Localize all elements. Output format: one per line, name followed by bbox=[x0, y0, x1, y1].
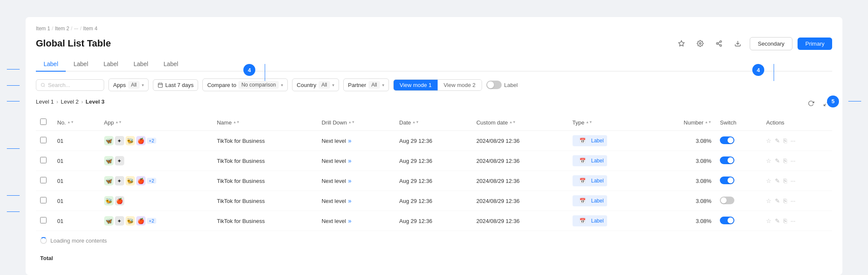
app-extra-badge: +2 bbox=[147, 178, 157, 184]
breadcrumb-item-4[interactable]: Item 4 bbox=[83, 26, 97, 32]
refresh-icon[interactable] bbox=[805, 97, 817, 109]
sort-icon: ▲▼ bbox=[348, 121, 355, 124]
edit-action-icon[interactable]: ✎ bbox=[775, 197, 780, 204]
drill-arrow-icon[interactable]: » bbox=[348, 177, 351, 184]
drill-arrow-icon[interactable]: » bbox=[348, 197, 351, 204]
row-checkbox[interactable] bbox=[40, 157, 47, 163]
more-action-icon[interactable]: ··· bbox=[790, 197, 795, 204]
sort-icon: ▲▼ bbox=[412, 121, 419, 124]
cell-actions: ☆✎⎘··· bbox=[762, 151, 832, 171]
tab-2[interactable]: Label bbox=[96, 57, 126, 72]
cell-app: 🐝🍎 bbox=[100, 191, 213, 211]
breadcrumb-item-1[interactable]: Item 1 bbox=[36, 26, 50, 32]
breadcrumb-item-2[interactable]: Item 2 bbox=[55, 26, 69, 32]
search-input[interactable] bbox=[48, 82, 99, 88]
sort-icon: ▲▼ bbox=[115, 121, 122, 124]
country-label: Country bbox=[297, 82, 316, 88]
favorite-action-icon[interactable]: ☆ bbox=[766, 157, 772, 164]
row-switch[interactable] bbox=[720, 136, 734, 144]
breadcrumb-dots[interactable]: ··· bbox=[74, 26, 78, 32]
type-badge: 📅Label bbox=[573, 135, 607, 146]
tab-4[interactable]: Label bbox=[156, 57, 186, 72]
copy-action-icon[interactable]: ⎘ bbox=[783, 197, 787, 204]
tab-1[interactable]: Label bbox=[66, 57, 96, 72]
col-type: Type ▲▼ bbox=[568, 114, 649, 131]
col-app: App ▲▼ bbox=[100, 114, 213, 131]
sort-icon: ▲▼ bbox=[586, 121, 593, 124]
cell-drill-down: Next level» bbox=[317, 211, 395, 231]
tab-3[interactable]: Label bbox=[126, 57, 156, 72]
select-all-checkbox[interactable] bbox=[40, 119, 47, 125]
drill-arrow-icon[interactable]: » bbox=[348, 137, 351, 144]
download-icon[interactable] bbox=[731, 37, 745, 50]
gear-icon[interactable] bbox=[693, 37, 707, 50]
primary-button[interactable]: Primary bbox=[798, 38, 832, 50]
row-switch[interactable] bbox=[720, 217, 734, 224]
partner-filter[interactable]: Partner All ▾ bbox=[343, 78, 389, 91]
level3-label[interactable]: Level 3 bbox=[86, 98, 105, 105]
view-mode-1-button[interactable]: View mode 1 bbox=[394, 80, 438, 90]
favorite-action-icon[interactable]: ☆ bbox=[766, 217, 772, 224]
cell-no: 01 bbox=[53, 171, 100, 191]
annotation-4-left: 4 bbox=[243, 64, 255, 76]
cell-no: 01 bbox=[53, 131, 100, 151]
copy-action-icon[interactable]: ⎘ bbox=[783, 157, 787, 164]
table-row: 01🐝🍎TikTok for BusinessNext level»Aug 29… bbox=[36, 191, 832, 211]
breadcrumb: Item 1 / Item 2 / ··· / Item 4 bbox=[36, 26, 832, 32]
more-action-icon[interactable]: ··· bbox=[790, 177, 795, 184]
svg-marker-0 bbox=[678, 41, 684, 46]
cell-actions: ☆✎⎘··· bbox=[762, 191, 832, 211]
copy-action-icon[interactable]: ⎘ bbox=[783, 177, 787, 184]
row-checkbox[interactable] bbox=[40, 197, 47, 203]
cell-app: 🦋✦🐝🍎+2 bbox=[100, 211, 213, 231]
copy-action-icon[interactable]: ⎘ bbox=[783, 217, 787, 224]
col-actions: Actions bbox=[762, 114, 832, 131]
share-icon[interactable] bbox=[712, 37, 726, 50]
search-box[interactable] bbox=[36, 79, 104, 91]
star-icon[interactable] bbox=[675, 37, 688, 50]
drill-text: Next level bbox=[321, 158, 346, 164]
date-range-label: Last 7 days bbox=[165, 82, 194, 88]
row-switch[interactable] bbox=[720, 197, 734, 204]
favorite-action-icon[interactable]: ☆ bbox=[766, 177, 772, 184]
cell-type: 📅Label bbox=[568, 211, 649, 231]
app-icon: 🍎 bbox=[136, 136, 146, 145]
row-checkbox[interactable] bbox=[40, 137, 47, 143]
favorite-action-icon[interactable]: ☆ bbox=[766, 197, 772, 204]
drill-arrow-icon[interactable]: » bbox=[348, 157, 351, 164]
favorite-action-icon[interactable]: ☆ bbox=[766, 137, 772, 144]
country-filter[interactable]: Country All ▾ bbox=[292, 78, 339, 91]
view-mode-group: View mode 1 View mode 2 bbox=[393, 79, 482, 91]
row-switch[interactable] bbox=[720, 156, 734, 164]
view-mode-2-button[interactable]: View mode 2 bbox=[438, 80, 482, 90]
more-action-icon[interactable]: ··· bbox=[790, 157, 795, 164]
level1-label[interactable]: Level 1 bbox=[36, 98, 54, 105]
secondary-button[interactable]: Secondary bbox=[750, 37, 792, 50]
apps-arrow-icon: ▾ bbox=[142, 83, 144, 87]
row-checkbox[interactable] bbox=[40, 217, 47, 223]
cell-type: 📅Label bbox=[568, 151, 649, 171]
sort-icon: ▲▼ bbox=[705, 121, 712, 124]
more-action-icon[interactable]: ··· bbox=[790, 137, 795, 144]
row-switch[interactable] bbox=[720, 177, 734, 184]
tabs-bar: Label Label Label Label Label bbox=[36, 57, 832, 72]
compare-filter[interactable]: Compare to No comparison ▾ bbox=[202, 78, 288, 91]
more-action-icon[interactable]: ··· bbox=[790, 217, 795, 224]
edit-action-icon[interactable]: ✎ bbox=[775, 177, 780, 184]
tab-0[interactable]: Label bbox=[36, 57, 66, 72]
apps-filter[interactable]: Apps All ▾ bbox=[108, 78, 149, 91]
label-toggle[interactable] bbox=[486, 81, 502, 89]
app-icon: 🐝 bbox=[126, 216, 135, 226]
edit-action-icon[interactable]: ✎ bbox=[775, 137, 780, 144]
cell-actions: ☆✎⎘··· bbox=[762, 211, 832, 231]
level2-label[interactable]: Level 2 bbox=[61, 98, 79, 105]
edit-action-icon[interactable]: ✎ bbox=[775, 157, 780, 164]
date-range-filter[interactable]: Last 7 days bbox=[153, 79, 199, 91]
edit-action-icon[interactable]: ✎ bbox=[775, 217, 780, 224]
toggle-knob bbox=[487, 81, 494, 88]
drill-arrow-icon[interactable]: » bbox=[348, 217, 351, 224]
total-row: Total bbox=[36, 250, 832, 266]
svg-point-3 bbox=[716, 43, 718, 44]
copy-action-icon[interactable]: ⎘ bbox=[783, 137, 787, 144]
row-checkbox[interactable] bbox=[40, 177, 47, 183]
